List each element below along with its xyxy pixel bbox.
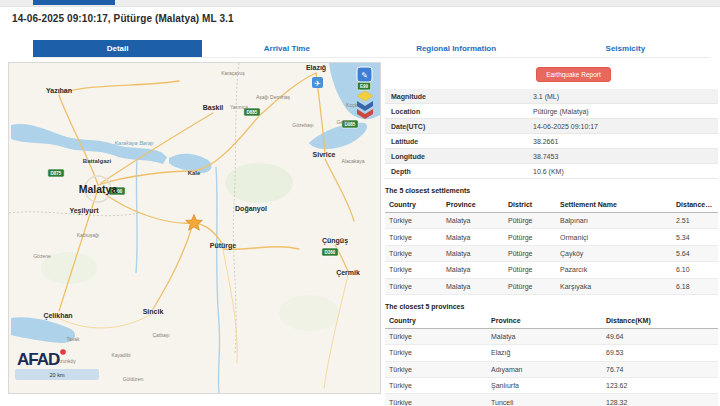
map-label: Çatbaşı: [152, 332, 169, 338]
table-cell: Malatya: [442, 229, 504, 245]
table-cell: Pütürge: [504, 229, 556, 245]
tab-detail[interactable]: Detail: [33, 40, 202, 57]
map-label: Battalgazi: [83, 158, 112, 164]
table-cell: Pütürge: [504, 278, 556, 294]
header-cell: Settlement Name: [556, 197, 672, 213]
table-row: TürkiyeMalatyaPütürgeKarşıyaka6.18: [385, 278, 718, 294]
table-cell: Malatya: [487, 328, 602, 344]
table-cell: 10.6 (KM): [527, 164, 718, 179]
provinces-heading: The closest 5 provinces: [385, 303, 718, 310]
page-title: 14-06-2025 09:10:17, Pütürge (Malatya) M…: [12, 13, 234, 24]
table-row: Latitude38.2661: [385, 134, 718, 149]
table-row: Magnitude3.1 (ML): [385, 89, 718, 104]
table-cell: Pütürge: [504, 245, 556, 261]
detail-panel: Earthquake Report Magnitude3.1 (ML)Locat…: [385, 60, 718, 406]
map-label: Sivrice: [313, 151, 336, 158]
header-cell: Country: [385, 197, 442, 213]
table-cell: Longitude: [385, 149, 527, 164]
map-label: Yarımca: [230, 104, 248, 110]
table-cell: 69.53: [602, 345, 718, 361]
svg-text:✎: ✎: [361, 71, 368, 80]
map-edit-control[interactable]: ✎: [357, 67, 372, 82]
svg-text:D360: D360: [325, 250, 336, 255]
table-cell: Tunceli: [487, 394, 602, 406]
table-row: TürkiyeElazığ69.53: [385, 345, 718, 361]
map-label: Kayadibi: [111, 352, 130, 358]
earthquake-report-button[interactable]: Earthquake Report: [536, 67, 611, 82]
earthquake-info-table: Magnitude3.1 (ML)LocationPütürge (Malaty…: [385, 89, 718, 179]
table-cell: Türkiye: [385, 229, 442, 245]
map-label: Aşağı Demirtaş: [256, 94, 291, 100]
table-cell: 2.51: [672, 213, 718, 229]
table-cell: 5.34: [672, 229, 718, 245]
header-cell: Province: [487, 313, 602, 329]
table-cell: Balpınarı: [556, 213, 672, 229]
map-label: Çelikhan: [43, 312, 72, 320]
table-cell: Malatya: [442, 278, 504, 294]
afad-logo: AFAD: [17, 349, 66, 369]
settlements-table: CountryProvinceDistrictSettlement NameDi…: [385, 197, 718, 295]
table-row: TürkiyeŞanlıurfa123.62: [385, 378, 718, 394]
table-cell: Türkiye: [385, 262, 442, 278]
table-cell: Pazarcık: [556, 262, 672, 278]
table-header-row: CountryProvinceDistrictSettlement NameDi…: [385, 197, 718, 213]
airport-icon: ✈: [312, 77, 323, 88]
header-cell: Distance(KM): [602, 313, 718, 329]
table-cell: Türkiye: [385, 245, 442, 261]
map-label: Malatya: [79, 183, 118, 195]
map-label: Baskil: [203, 104, 224, 111]
table-cell: 123.62: [602, 378, 718, 394]
road-badge: D875: [48, 169, 64, 177]
map-label: Karaçavuş: [221, 70, 245, 76]
epicenter-star-marker[interactable]: [186, 215, 203, 231]
table-cell: Adıyaman: [487, 361, 602, 377]
table-cell: Çayköy: [556, 245, 672, 261]
svg-text:D875: D875: [51, 171, 62, 176]
table-cell: Pütürge: [504, 262, 556, 278]
header-cell: District: [504, 197, 556, 213]
map-label: Elazığ: [306, 64, 326, 72]
table-row: TürkiyeAdıyaman76.74: [385, 361, 718, 377]
tab-seismicity[interactable]: Seismicity: [541, 40, 710, 57]
table-header-row: CountryProvinceDistance(KM): [385, 313, 718, 329]
map-label: Çermik: [336, 269, 360, 277]
table-cell: Latitude: [385, 134, 527, 149]
table-row: TürkiyeMalatyaPütürgeOrmaniçi5.34: [385, 229, 718, 245]
table-row: Date(UTC)14-06-2025 09:10:17: [385, 119, 718, 134]
map-label: Kale: [188, 170, 201, 176]
provinces-table: CountryProvinceDistance(KM) TürkiyeMalat…: [385, 313, 718, 406]
tab-regional-information[interactable]: Regional Information: [372, 40, 541, 57]
table-cell: 14-06-2025 09:10:17: [527, 119, 718, 134]
table-cell: Türkiye: [385, 394, 487, 406]
table-cell: 76.74: [602, 361, 718, 377]
map-label: Güldüren: [123, 376, 144, 382]
table-cell: 3.1 (ML): [527, 89, 718, 104]
svg-text:AFAD: AFAD: [17, 350, 60, 369]
tab-bar: Detail Arrival Time Regional Information…: [33, 40, 710, 58]
map-label: Tavak: [66, 336, 80, 342]
map-label: Karakaya Barajı: [114, 140, 154, 146]
table-row: TürkiyeMalatyaPütürgeÇayköy5.64: [385, 245, 718, 261]
map-label: Yazıhan: [46, 87, 72, 94]
map[interactable]: D875D300D885D885E99D360 MalatyaElazığYeş…: [8, 62, 381, 394]
table-cell: 5.64: [672, 245, 718, 261]
table-cell: 6.10: [672, 262, 718, 278]
table-cell: Pütürge: [504, 213, 556, 229]
table-cell: Date(UTC): [385, 119, 527, 134]
map-label: Alacakaya: [341, 158, 364, 164]
map-road-layer: [58, 73, 354, 388]
map-label: Gözebaşı: [292, 122, 313, 128]
tab-arrival-time[interactable]: Arrival Time: [202, 40, 371, 57]
settlements-heading: The 5 closest settlements: [385, 187, 718, 194]
map-scale-bar: 20 km: [15, 369, 99, 380]
map-label: Kadıuşağı: [77, 232, 100, 238]
table-cell: Location: [385, 104, 527, 119]
table-cell: 128.32: [602, 394, 718, 406]
table-row: Depth10.6 (KM): [385, 164, 718, 179]
table-cell: Türkiye: [385, 345, 487, 361]
table-cell: Depth: [385, 164, 527, 179]
table-cell: Pütürge (Malatya): [527, 104, 718, 119]
table-cell: 38.2661: [527, 134, 718, 149]
table-cell: Malatya: [442, 262, 504, 278]
header-cell: Province: [442, 197, 504, 213]
